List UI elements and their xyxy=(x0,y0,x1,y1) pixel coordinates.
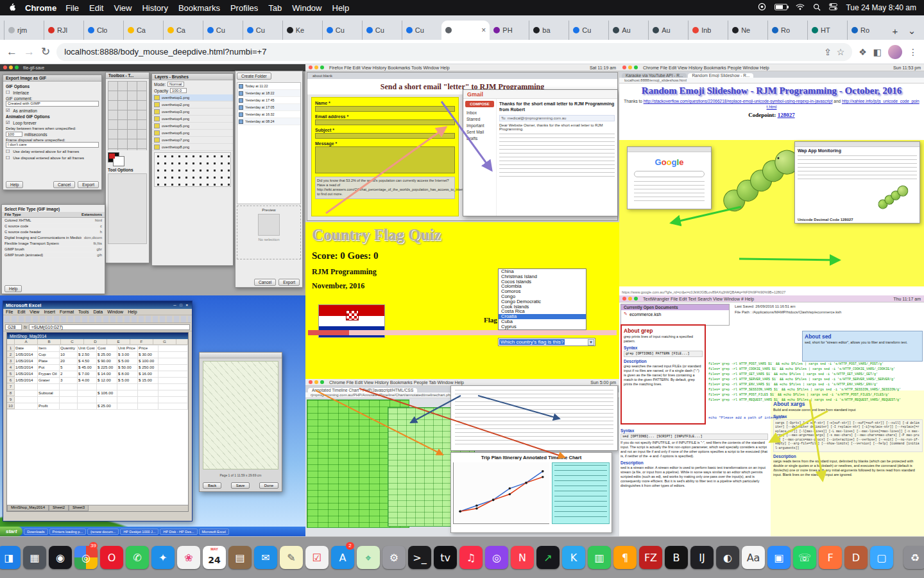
country-option[interactable]: Cuba xyxy=(499,319,586,324)
reload-button[interactable]: ↻ xyxy=(41,45,50,58)
disposal-select[interactable]: I don't care xyxy=(6,142,99,148)
extensions-icon[interactable]: ❖ xyxy=(859,47,867,57)
sheet-tab[interactable]: MiniShop_May2014 xyxy=(7,505,49,511)
dock-apple-tv-icon[interactable]: tv xyxy=(434,542,457,573)
help-button[interactable]: Help xyxy=(6,181,23,188)
dock-terminal-icon[interactable]: >_ xyxy=(408,542,431,573)
layer-row[interactable]: overthetop1.png xyxy=(152,94,233,101)
window-controls[interactable] xyxy=(309,66,326,70)
dock-preview-icon[interactable]: ▢ xyxy=(870,542,893,573)
file-row[interactable]: Yesterday at 08:24 xyxy=(237,118,300,125)
gimp-tool-grid[interactable] xyxy=(108,81,147,150)
layer-row[interactable]: overthetop2.png xyxy=(152,101,233,109)
control-center-icon[interactable] xyxy=(829,3,837,12)
screen-mirroring-icon[interactable] xyxy=(758,3,766,13)
browser-tab[interactable]: HT × xyxy=(807,21,847,40)
opacity-field[interactable]: 100.0 xyxy=(170,88,187,93)
menubar-item[interactable]: History xyxy=(142,3,167,13)
browser-tab[interactable]: Au × xyxy=(608,21,648,40)
form-input[interactable] xyxy=(315,119,455,125)
header-cell[interactable]: Date xyxy=(15,346,38,351)
browser-tab[interactable]: Cu × xyxy=(203,21,243,40)
start-button[interactable]: start xyxy=(0,527,22,536)
excel-menu-item[interactable]: Help xyxy=(128,310,137,314)
cancel-button[interactable]: Cancel xyxy=(53,181,75,188)
country-option[interactable]: China xyxy=(499,269,586,274)
tab-close-icon[interactable]: × xyxy=(481,26,486,35)
dock-opera-icon[interactable]: O xyxy=(100,542,123,573)
cell-name-box[interactable]: G28 xyxy=(5,324,22,330)
country-option[interactable]: Congo Democratic xyxy=(499,299,586,304)
dock-textedit-icon[interactable]: Aa xyxy=(742,542,765,573)
bookmark-star-icon[interactable]: ☆ xyxy=(837,47,845,57)
gmail-sidebar-item[interactable]: Important xyxy=(465,122,494,128)
country-option[interactable]: Croatia xyxy=(499,314,586,319)
active-tab[interactable]: Random Emoji Slideshow - R... xyxy=(688,73,753,78)
brush-grid[interactable] xyxy=(154,152,231,187)
dropdown-arrow-icon[interactable]: ▾ xyxy=(588,339,594,346)
browser-tab[interactable]: ba × xyxy=(529,21,569,40)
dialog-button[interactable]: Done xyxy=(259,482,278,489)
use-delay-checkbox[interactable]: Use delay entered above for all frames xyxy=(6,149,99,154)
dock-whatsapp-icon[interactable]: ☏ xyxy=(793,542,816,573)
country-option[interactable]: Cook Islands xyxy=(499,304,586,310)
layer-row[interactable]: overthetop3.png xyxy=(152,109,233,116)
use-disposal-checkbox[interactable]: Use disposal entered above for all frame… xyxy=(6,155,99,161)
menubar-item[interactable]: Bookmarks xyxy=(178,3,220,13)
browser-tab[interactable]: Ke × xyxy=(282,21,322,40)
table-row[interactable] xyxy=(7,384,188,390)
menubar-item[interactable]: Edit xyxy=(89,3,103,13)
wifi-icon[interactable] xyxy=(796,3,805,12)
apple-menu-icon[interactable] xyxy=(8,3,16,13)
gmail-sidebar-item[interactable]: Drafts xyxy=(465,135,494,141)
filetype-row[interactable]: GIMP brushgbr xyxy=(2,247,105,252)
background-tab[interactable]: Karaoke via YouTube API - R... xyxy=(622,73,687,78)
gmail-sidebar-item[interactable]: Starred xyxy=(465,116,494,122)
profile-avatar[interactable] xyxy=(888,45,902,59)
column-header[interactable]: D xyxy=(84,339,107,345)
menubar-item[interactable]: View xyxy=(114,3,132,13)
menubar-item[interactable]: Tab xyxy=(268,3,282,13)
country-option[interactable]: Congo xyxy=(499,294,586,299)
gmail-sidebar-item[interactable]: Sent Mail xyxy=(465,128,494,135)
dock-facetime-icon[interactable]: ✆ xyxy=(126,542,149,573)
flag-question-select[interactable]: Which country's flag is this? ▾ xyxy=(498,338,595,346)
layer-row[interactable]: overthetop5.png xyxy=(152,123,233,130)
dialog-button[interactable]: Save xyxy=(231,482,250,489)
taskbar-item[interactable]: Downloads xyxy=(24,529,47,535)
menubar-item[interactable]: File xyxy=(65,3,79,13)
excel-menu-item[interactable]: Tools xyxy=(78,310,89,314)
gmail-sidebar-item[interactable]: Inbox xyxy=(465,109,494,116)
dock-chrome-icon[interactable]: ◎ 39 xyxy=(74,542,98,573)
browser-tab[interactable]: Cu × xyxy=(362,21,402,40)
delay-input[interactable]: 100 xyxy=(6,132,22,137)
form-input[interactable] xyxy=(315,133,455,139)
browser-tab[interactable]: Clo × xyxy=(83,21,123,40)
spotlight-icon[interactable] xyxy=(813,3,821,13)
sheet-tab[interactable]: Sheet3 xyxy=(69,505,89,511)
gif-comment-input[interactable]: Created with GIMP xyxy=(6,101,99,107)
dock-reminders-icon[interactable]: ☑ xyxy=(305,542,329,573)
country-option[interactable]: Cocos Islands xyxy=(499,279,586,285)
country-option[interactable]: Colombia xyxy=(499,284,586,289)
dock-contacts-icon[interactable]: ▤ xyxy=(228,542,252,573)
menubar-app-name[interactable]: Chrome xyxy=(25,3,56,13)
file-row[interactable]: Yesterday at 16:32 xyxy=(237,111,300,118)
dock-stocks-icon[interactable]: ↗ xyxy=(536,542,560,573)
country-option[interactable]: Comoros xyxy=(499,289,586,294)
browser-tab[interactable]: Ca × xyxy=(123,21,163,40)
form-input[interactable] xyxy=(315,106,455,112)
browser-cancel-button[interactable]: Cancel xyxy=(254,279,276,286)
excel-menu-item[interactable]: Insert xyxy=(44,310,55,314)
dock-notes-icon[interactable]: ✎ xyxy=(280,542,303,573)
filetype-row[interactable]: C source code headerh xyxy=(2,229,105,235)
column-header[interactable]: C xyxy=(61,339,84,345)
browser-tab[interactable]: RJl × xyxy=(44,21,83,40)
window-control-buttons[interactable]: ─ □ × xyxy=(173,303,189,307)
message-textarea[interactable] xyxy=(315,146,455,173)
excel-menu-item[interactable]: View xyxy=(30,310,39,314)
dock-photos-icon[interactable]: ❀ xyxy=(177,542,200,573)
header-cell[interactable]: Item xyxy=(38,346,60,351)
excel-menu-item[interactable]: Data xyxy=(93,310,103,314)
layer-row[interactable]: overthetop4.png xyxy=(152,116,233,123)
